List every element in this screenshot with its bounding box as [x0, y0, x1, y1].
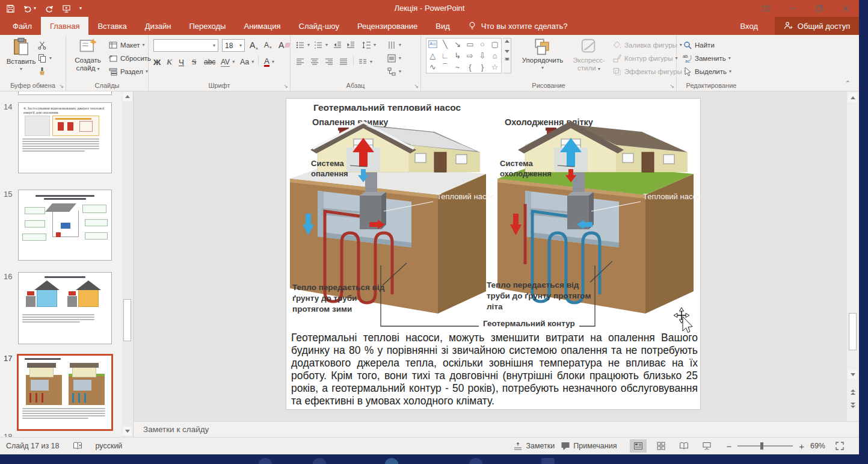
shrink-font-button[interactable]: A▾: [264, 39, 272, 51]
thumbnail-scrollbar[interactable]: [122, 91, 132, 437]
thumbnail-scroll-up-icon[interactable]: [123, 92, 132, 101]
text-shadow-button[interactable]: abc: [204, 56, 215, 68]
shape-arc-icon[interactable]: ⌒: [439, 61, 451, 73]
clear-formatting-button[interactable]: A: [279, 39, 290, 51]
shape-rectangle-icon[interactable]: ▭: [464, 39, 476, 50]
shapes-gallery-scroll[interactable]: [503, 38, 511, 73]
reset-button[interactable]: Сбросить: [108, 52, 151, 64]
increase-indent-button[interactable]: [346, 39, 356, 51]
notes-placeholder[interactable]: Заметки к слайду: [143, 425, 209, 434]
notes-toggle-button[interactable]: Заметки: [513, 441, 555, 451]
comments-toggle-button[interactable]: Примечания: [561, 441, 617, 451]
change-case-button[interactable]: Aa▾: [240, 56, 254, 68]
grow-font-button[interactable]: A▴: [250, 39, 258, 51]
thumbnail-slide13-partial[interactable]: [18, 91, 112, 95]
scroll-up-icon[interactable]: [848, 93, 857, 102]
thumbnail-slide15[interactable]: [18, 190, 112, 261]
shape-fill-button[interactable]: Заливка фигуры▾: [612, 39, 682, 51]
layout-button[interactable]: Макет▾: [108, 39, 145, 51]
restore-button[interactable]: [806, 0, 833, 17]
slide-body-text[interactable]: Геотермальні теплові насоси, можуть змен…: [291, 332, 698, 407]
shape-triangle-icon[interactable]: △: [426, 50, 439, 61]
shape-elbow-arrow-icon[interactable]: ↳: [452, 50, 464, 61]
align-center-button[interactable]: [310, 56, 319, 68]
tell-me-box[interactable]: Что вы хотите сделать?: [459, 17, 576, 35]
character-spacing-button[interactable]: AV▾: [221, 56, 235, 68]
shape-arrow-icon[interactable]: ↘: [452, 39, 464, 50]
shapes-gallery[interactable]: A ╲ ↘ ▭ ○ ▢ △ ∟ ↳ ⇨ ⇩ ⌂ ∿ ⌒ ~ { } ☆: [426, 38, 502, 73]
ribbon-display-options-button[interactable]: [753, 0, 780, 17]
section-button[interactable]: Раздел▾: [108, 66, 148, 78]
tab-insert[interactable]: Вставка: [88, 17, 135, 35]
tab-design[interactable]: Дизайн: [136, 17, 180, 35]
font-name-combo[interactable]: ▾: [153, 39, 218, 52]
scroll-down-icon[interactable]: [848, 370, 857, 379]
quick-styles-button[interactable]: Экспресс-стили ▾: [569, 37, 609, 77]
line-spacing-button[interactable]: ▾: [362, 39, 376, 51]
shape-pentagon-icon[interactable]: ⌂: [489, 50, 501, 61]
align-left-button[interactable]: [295, 56, 305, 68]
spell-check-icon[interactable]: [73, 441, 82, 451]
tab-review[interactable]: Рецензирование: [348, 17, 426, 35]
language-indicator[interactable]: русский: [96, 442, 123, 450]
drawing-dialog-launcher[interactable]: ↘: [669, 84, 674, 89]
close-button[interactable]: [833, 0, 859, 17]
slide-canvas[interactable]: Геотермальний тепловий насос Опалення вз…: [286, 98, 701, 410]
thumbnail-slide16[interactable]: [18, 272, 112, 344]
shape-brace-close-icon[interactable]: }: [476, 61, 488, 73]
slide-sorter-view-button[interactable]: [653, 439, 669, 453]
bullets-button[interactable]: ▾: [295, 39, 310, 51]
arrange-button[interactable]: Упорядочить▾: [519, 37, 567, 77]
bold-button[interactable]: Ж: [153, 56, 161, 68]
tab-file[interactable]: Файл: [4, 17, 41, 35]
thumbnail-scroll-down-icon[interactable]: [123, 427, 132, 436]
cut-button[interactable]: [37, 39, 47, 51]
font-size-combo[interactable]: 18▾: [222, 39, 245, 52]
slide-editor-area[interactable]: Геотермальний тепловий насос Опалення вз…: [134, 91, 847, 421]
decrease-indent-button[interactable]: [333, 39, 342, 51]
tab-view[interactable]: Вид: [426, 17, 459, 35]
replace-button[interactable]: abacЗаменить▾: [683, 52, 731, 64]
share-button[interactable]: Общий доступ: [775, 17, 859, 35]
slideshow-view-button[interactable]: [698, 439, 715, 453]
align-right-button[interactable]: [324, 56, 334, 68]
notes-pane[interactable]: Заметки к слайду: [134, 421, 859, 437]
shape-scribble-icon[interactable]: ∿: [426, 61, 439, 73]
tab-slideshow[interactable]: Слайд-шоу: [290, 17, 348, 35]
sign-in-button[interactable]: Вход: [734, 17, 764, 35]
shape-rounded-rect-icon[interactable]: ▢: [489, 39, 501, 50]
shape-block-arrow-down-icon[interactable]: ⇩: [476, 50, 488, 61]
copy-button[interactable]: ▾: [37, 52, 52, 64]
normal-view-button[interactable]: [630, 439, 647, 453]
thumbnail-scroll-thumb[interactable]: [123, 299, 131, 341]
underline-button[interactable]: Ч: [179, 56, 184, 68]
columns-button[interactable]: ▾: [358, 56, 372, 68]
italic-button[interactable]: К: [167, 56, 172, 68]
shape-line-icon[interactable]: ╲: [439, 39, 451, 50]
shape-block-arrow-right-icon[interactable]: ⇨: [464, 50, 476, 61]
shape-textbox-icon[interactable]: A: [426, 39, 439, 50]
zoom-out-button[interactable]: −: [726, 441, 731, 451]
justify-button[interactable]: [339, 56, 348, 68]
paste-button[interactable]: Вставить▾: [6, 37, 36, 77]
format-painter-button[interactable]: [37, 66, 47, 78]
zoom-in-button[interactable]: +: [799, 441, 804, 451]
find-button[interactable]: Найти: [683, 39, 715, 51]
gallery-scroll-down-icon[interactable]: [505, 50, 509, 53]
align-text-button[interactable]: ▾: [387, 52, 401, 64]
zoom-slider[interactable]: [737, 445, 793, 447]
shape-star-icon[interactable]: ☆: [489, 61, 501, 73]
shape-outline-button[interactable]: Контур фигуры▾: [612, 52, 677, 64]
text-direction-button[interactable]: ▾: [387, 39, 401, 51]
shape-oval-icon[interactable]: ○: [476, 39, 488, 50]
main-scrollbar[interactable]: [847, 91, 859, 437]
next-slide-button[interactable]: [848, 401, 857, 410]
gallery-scroll-up-icon[interactable]: [505, 40, 509, 43]
zoom-percentage[interactable]: 69%: [810, 442, 825, 450]
minimize-button[interactable]: [780, 0, 806, 17]
shape-elbow-icon[interactable]: ∟: [439, 50, 451, 61]
font-color-button[interactable]: А▾: [264, 56, 274, 68]
numbering-button[interactable]: ▾: [313, 39, 328, 51]
tab-transitions[interactable]: Переходы: [180, 17, 235, 35]
thumbnail-slide17-selected[interactable]: [17, 354, 113, 431]
